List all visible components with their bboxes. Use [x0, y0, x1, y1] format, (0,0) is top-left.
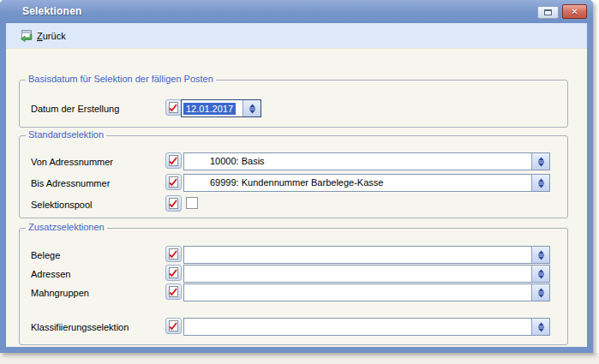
groupbox-basisdatum: Basisdatum für Selektion der fälligen Po… [19, 80, 568, 128]
mahngruppen-check-button[interactable] [165, 283, 182, 300]
bis-adressnummer-spinner[interactable] [531, 175, 549, 191]
selektionen-window: Selektionen ✕ [0, 0, 593, 353]
datum-der-erstellung-label: Datum der Erstellung [31, 100, 119, 117]
red-check-icon [169, 320, 178, 331]
datum-spinner[interactable] [243, 100, 261, 116]
back-button-label: Zurück [37, 31, 66, 41]
date-selected-text: 12.01.2017 [183, 103, 236, 115]
red-check-icon [169, 198, 178, 209]
von-adressnummer-label: Von Adressnummer [31, 153, 113, 170]
mahngruppen-spinner[interactable] [531, 284, 549, 301]
red-check-icon [169, 248, 178, 260]
window-title: Selektionen [22, 5, 82, 17]
bis-adressnummer-check-button[interactable] [165, 174, 182, 190]
datum-der-erstellung-field[interactable]: 12.01.2017 [181, 99, 261, 117]
klassifiierungsselektion-label: Klassifiierungsselektion [31, 319, 129, 336]
adressen-field[interactable] [183, 265, 550, 283]
mahngruppen-field[interactable] [183, 283, 550, 301]
titlebar-buttons: ✕ [537, 4, 587, 19]
window-titlebar[interactable]: Selektionen ✕ [0, 0, 593, 23]
spin-arrows-icon [537, 250, 545, 260]
spin-arrows-icon [537, 178, 545, 188]
groupbox-standardselektion-legend: Standardselektion [26, 129, 106, 140]
back-label-rest: urück [43, 31, 66, 41]
groupbox-zusatzselektionen-legend: Zusatzselektionen [26, 222, 107, 232]
belege-value [184, 247, 531, 263]
window-body: Zurück Basisdatum für Selektion der fäll… [6, 23, 587, 347]
bis-adressnummer-field[interactable]: 69999: Kundennummer Barbelege-Kasse [183, 174, 550, 192]
spin-arrows-icon [249, 104, 256, 114]
restore-icon [544, 9, 552, 15]
bis-adressnummer-value: 69999: Kundennummer Barbelege-Kasse [184, 175, 531, 191]
von-adressnummer-value: 10000: Basis [184, 153, 531, 170]
datum-der-erstellung-value: 12.01.2017 [182, 100, 243, 116]
groupbox-basisdatum-legend: Basisdatum für Selektion der fälligen Po… [26, 74, 216, 84]
red-check-icon [169, 176, 178, 188]
restore-button[interactable] [537, 6, 559, 19]
adressen-check-button[interactable] [165, 265, 182, 281]
red-check-icon [169, 102, 178, 113]
von-adressnummer-field[interactable]: 10000: Basis [183, 152, 550, 170]
groupbox-standardselektion: Standardselektion Von Adressnummer 10000… [19, 135, 568, 218]
selektionspool-label: Selektionspool [31, 196, 93, 213]
screen: Selektionen ✕ [0, 0, 599, 364]
mahngruppen-value [184, 284, 531, 301]
toolbar: Zurück [6, 23, 587, 49]
belege-check-button[interactable] [165, 246, 182, 262]
back-icon [19, 29, 33, 43]
klassifiierungsselektion-check-button[interactable] [165, 318, 182, 334]
selektionspool-checkbox[interactable] [186, 197, 198, 209]
belege-field[interactable] [183, 246, 550, 264]
spin-arrows-icon [537, 322, 545, 332]
spin-arrows-icon [537, 288, 545, 298]
klassifiierungsselektion-field[interactable] [183, 318, 550, 336]
close-icon: ✕ [571, 8, 578, 16]
dialog-content: Basisdatum für Selektion der fälligen Po… [6, 49, 587, 347]
red-check-icon [169, 267, 178, 278]
belege-spinner[interactable] [531, 247, 549, 263]
red-check-icon [169, 286, 178, 297]
adressen-value [184, 266, 531, 282]
spin-arrows-icon [537, 157, 545, 167]
back-button[interactable]: Zurück [15, 27, 70, 45]
desktop-background [0, 353, 599, 364]
bis-adressnummer-label: Bis Adressnummer [31, 175, 110, 192]
adressen-spinner[interactable] [531, 266, 549, 282]
selektionspool-check-button[interactable] [165, 195, 182, 212]
klassifiierungsselektion-spinner[interactable] [531, 319, 549, 335]
mahngruppen-label: Mahngruppen [31, 284, 89, 301]
klassifiierungsselektion-value [184, 319, 531, 335]
adressen-label: Adressen [31, 266, 70, 283]
von-adressnummer-spinner[interactable] [531, 153, 549, 170]
red-check-icon [169, 155, 178, 166]
groupbox-zusatzselektionen: Zusatzselektionen Belege Adressen [19, 228, 568, 345]
close-button[interactable]: ✕ [562, 4, 587, 19]
datum-selection-check-button[interactable] [165, 99, 182, 116]
belege-label: Belege [31, 247, 60, 264]
back-label-accel: Z [37, 31, 43, 41]
von-adressnummer-check-button[interactable] [165, 152, 182, 169]
spin-arrows-icon [537, 269, 545, 279]
